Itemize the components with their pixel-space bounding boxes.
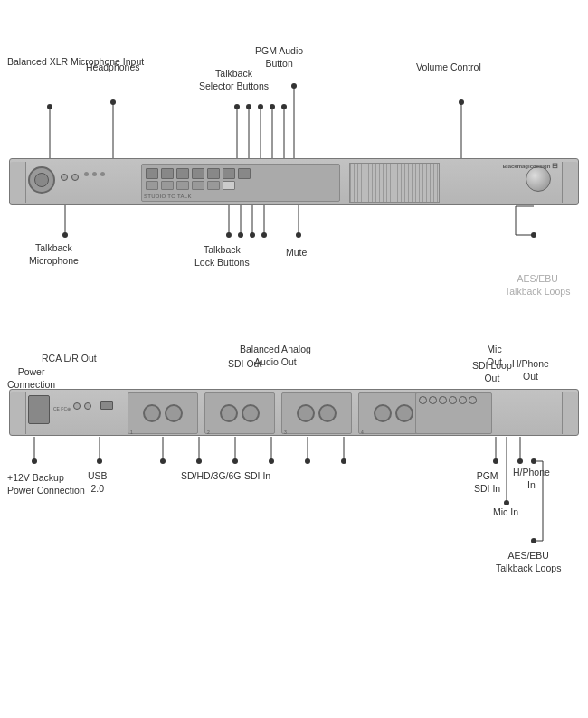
label-pgm-sdi-in: PGMSDI In [474,470,500,495]
label-power: PowerConnection [7,366,55,391]
svg-point-71 [517,458,523,464]
label-usb: USB2.0 [88,470,108,495]
svg-point-73 [504,500,509,505]
label-mic-in: Mic In [493,506,518,519]
svg-point-3 [110,99,116,105]
svg-point-24 [226,232,232,238]
label-volume-control: Volume Control [416,61,481,74]
svg-point-64 [232,458,238,464]
label-sdi-in: SD/HD/3G/6G-SDI In [181,470,270,483]
svg-point-63 [196,458,202,464]
svg-point-13 [258,104,263,109]
label-balanced-analog: Balanced AnalogAudio Out [240,344,311,368]
diagram-container: Blackmagicdesign ⊞ STUDIO TO TALK CE FC⊕ [0,0,588,718]
svg-point-1 [47,104,52,109]
svg-point-69 [493,458,498,464]
svg-point-33 [531,232,536,238]
label-mute: Mute [286,247,307,258]
svg-point-12 [246,104,251,109]
svg-point-29 [296,232,301,238]
label-aes-ebu-bottom: AES/EBUTalkback Loops [496,550,561,574]
label-aes-ebu-top: AES/EBUTalkback Loops [505,273,570,298]
bottom-rear-panel: CE FC⊕ [9,389,579,436]
svg-point-11 [234,104,240,109]
top-front-panel: Blackmagicdesign ⊞ STUDIO TO TALK [9,158,579,205]
svg-point-14 [270,104,275,109]
label-hphone-out: H/PhoneOut [512,358,549,383]
svg-point-66 [305,458,310,464]
svg-point-15 [281,104,287,109]
svg-point-62 [160,458,166,464]
svg-point-19 [62,232,68,238]
label-talkback-selector: TalkbackSelector Buttons [199,68,269,92]
label-mic-out: MicOut [487,344,502,368]
svg-point-78 [531,538,536,543]
label-pgm-audio: PGM AudioButton [255,45,303,70]
label-hphone-in: H/PhoneIn [513,467,550,491]
label-talkback-mic: TalkbackMicrophone [29,242,79,267]
label-rca-lr: RCA L/R Out [42,353,97,365]
svg-point-67 [341,458,346,464]
svg-point-55 [32,458,37,464]
brand-logo: Blackmagicdesign ⊞ [503,162,558,170]
svg-point-27 [261,232,267,238]
label-headphones: Headphones [86,61,140,74]
svg-point-65 [269,458,274,464]
svg-point-17 [459,99,464,105]
label-talkback-lock: TalkbackLock Buttons [194,244,250,269]
svg-point-53 [97,458,102,464]
svg-point-5 [291,83,297,89]
label-12v-backup: +12V BackupPower Connection [7,472,85,496]
svg-point-25 [238,232,243,238]
svg-point-77 [531,458,536,464]
svg-point-26 [250,232,255,238]
